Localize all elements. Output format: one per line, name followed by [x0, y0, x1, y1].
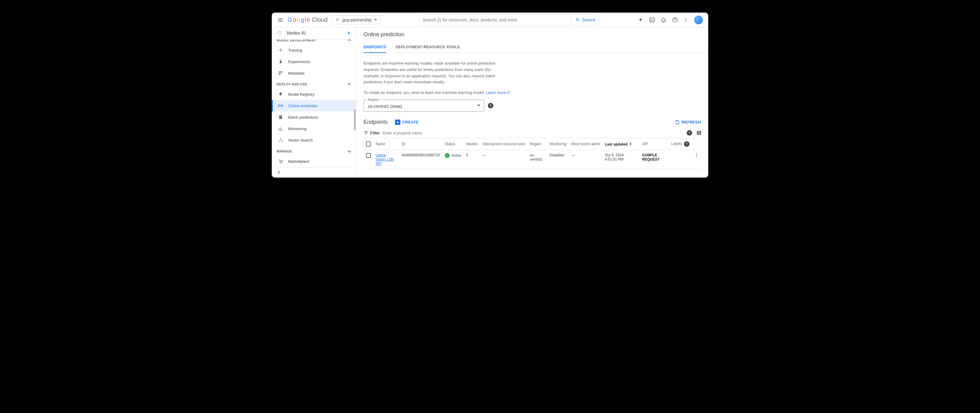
models-count: 0	[464, 150, 480, 169]
refresh-button-label: REFRESH	[682, 120, 701, 124]
vertex-ai-icon	[277, 30, 283, 36]
updated-cell: Oct 8, 2024, 4:51:51 PM	[603, 150, 640, 169]
region-select[interactable]: Region us-central1 (Iowa)	[364, 100, 484, 112]
refresh-button[interactable]: REFRESH	[675, 120, 701, 125]
filter-help-icon[interactable]: ?	[687, 130, 692, 136]
filter-input[interactable]	[383, 131, 684, 135]
status-text: Active	[451, 153, 461, 158]
sidebar-item-model-registry[interactable]: Model Registry	[272, 88, 356, 100]
chevron-down-icon	[348, 150, 351, 153]
metadata-icon	[278, 70, 283, 76]
region-label: Region	[367, 98, 380, 101]
search-input[interactable]	[419, 15, 571, 25]
sidebar-item-monitoring[interactable]: Monitoring	[272, 123, 356, 134]
col-pool[interactable]: Deployment resource pool	[480, 138, 527, 150]
sidebar-header: Vertex AI	[272, 27, 356, 40]
table-row: Llama-Vision-11B-API 4049880656610590720…	[364, 150, 701, 169]
col-id[interactable]: ID	[399, 138, 442, 150]
endpoint-name-link[interactable]: Llama-Vision-11B-API	[375, 153, 395, 166]
sidebar-item-training[interactable]: Training	[272, 45, 356, 56]
search-icon	[575, 18, 580, 22]
col-updated[interactable]: Last updated	[603, 138, 640, 150]
sidebar-item-vector-search[interactable]: Vector Search	[272, 134, 356, 146]
columns-icon[interactable]	[697, 131, 701, 135]
batch-icon	[278, 115, 283, 120]
sidebar-item-metadata[interactable]: Metadata	[272, 67, 356, 79]
sidebar-item-label: Monitoring	[288, 126, 307, 131]
col-alerts[interactable]: Most recent alerts	[569, 138, 603, 150]
svg-rect-10	[279, 72, 280, 73]
flask-icon	[278, 59, 283, 64]
cloud-shell-icon[interactable]	[649, 17, 655, 23]
sidebar-group-deploy[interactable]: DEPLOY AND USE	[272, 79, 356, 88]
broadcast-icon	[278, 103, 283, 108]
vector-icon	[278, 137, 283, 143]
create-hint: To create an endpoint, you need at least…	[364, 90, 701, 95]
col-region[interactable]: Region	[527, 138, 547, 150]
training-icon	[278, 48, 283, 53]
col-name[interactable]: Name	[373, 138, 399, 150]
cart-icon	[278, 158, 283, 164]
svg-point-14	[280, 138, 281, 139]
sample-request-button[interactable]: SAMPLE REQUEST	[642, 153, 660, 161]
sidebar-item-online-prediction[interactable]: Online prediction	[272, 100, 356, 112]
endpoints-table: Name ID Status Models Deployment resourc…	[364, 138, 701, 169]
filter-label[interactable]: Filter	[364, 131, 380, 135]
sidebar-item-experiments[interactable]: Experiments	[272, 56, 356, 67]
google-cloud-logo[interactable]: Google Cloud	[288, 16, 328, 23]
gemini-icon[interactable]	[638, 17, 644, 23]
dropdown-caret-icon	[477, 104, 480, 107]
tab-endpoints[interactable]: ENDPOINTS	[364, 42, 386, 53]
svg-rect-11	[281, 72, 282, 73]
svg-point-1	[338, 18, 339, 19]
create-button-label: CREATE	[402, 120, 418, 124]
user-avatar[interactable]	[694, 15, 703, 25]
hamburger-menu-icon[interactable]	[277, 16, 284, 24]
region-cell: us-central1	[527, 150, 547, 169]
sidebar-collapse-button[interactable]	[272, 167, 356, 177]
sidebar-item-label: Batch predictions	[288, 115, 318, 120]
region-help-icon[interactable]: ?	[488, 103, 493, 108]
sidebar-item-marketplace[interactable]: Marketplace	[272, 155, 356, 167]
row-menu-button[interactable]	[692, 150, 701, 169]
help-icon[interactable]	[672, 17, 678, 23]
sidebar-group-model-development[interactable]: MODEL DEVELOPMENT	[272, 40, 356, 45]
col-labels[interactable]: Labels ?	[669, 138, 692, 150]
sidebar-item-batch-predictions[interactable]: Batch predictions	[272, 112, 356, 123]
labels-help-icon[interactable]: ?	[684, 141, 689, 147]
sidebar-item-label: Vector Search	[288, 138, 313, 142]
scrollbar-thumb[interactable]	[354, 109, 356, 130]
project-picker[interactable]: gcp-partnership	[331, 15, 381, 24]
overflow-menu-icon[interactable]	[683, 18, 688, 22]
logo-cloud-text: Cloud	[312, 16, 328, 23]
global-search: Search	[419, 14, 600, 26]
search-button[interactable]: Search	[571, 15, 600, 25]
sidebar-item-label: Metadata	[288, 71, 304, 75]
sidebar: Vertex AI MODEL DEVELOPMENT Training Exp…	[272, 27, 356, 177]
tab-deployment-resource-pools[interactable]: DEPLOYMENT RESOURCE POOLS	[396, 42, 460, 53]
col-models[interactable]: Models	[464, 138, 480, 150]
svg-point-21	[696, 156, 697, 157]
sidebar-group-manage[interactable]: MANAGE	[272, 146, 356, 155]
region-value: us-central1 (Iowa)	[368, 104, 402, 109]
status-active-icon: ✓	[445, 153, 450, 158]
col-api[interactable]: API	[640, 138, 669, 150]
col-status[interactable]: Status	[442, 138, 464, 150]
dropdown-caret-icon	[374, 18, 377, 21]
alerts-cell: —	[569, 150, 603, 169]
notifications-icon[interactable]	[660, 17, 667, 23]
tabs: ENDPOINTS DEPLOYMENT RESOURCE POOLS	[356, 42, 708, 53]
learn-more-link[interactable]: Learn more	[486, 90, 510, 95]
col-monitoring[interactable]: Monitoring	[547, 138, 569, 150]
project-name: gcp-partnership	[342, 18, 372, 22]
row-checkbox[interactable]	[366, 153, 371, 158]
svg-point-17	[280, 163, 281, 163]
app-window: Google Cloud gcp-partnership Search	[271, 12, 709, 178]
select-all-checkbox[interactable]	[366, 142, 371, 147]
svg-point-2	[336, 20, 337, 21]
create-button[interactable]: + CREATE	[395, 120, 418, 125]
sidebar-item-label: Model Registry	[288, 92, 314, 97]
pin-icon[interactable]	[346, 31, 351, 36]
external-link-icon	[507, 91, 510, 94]
svg-point-7	[686, 19, 686, 20]
